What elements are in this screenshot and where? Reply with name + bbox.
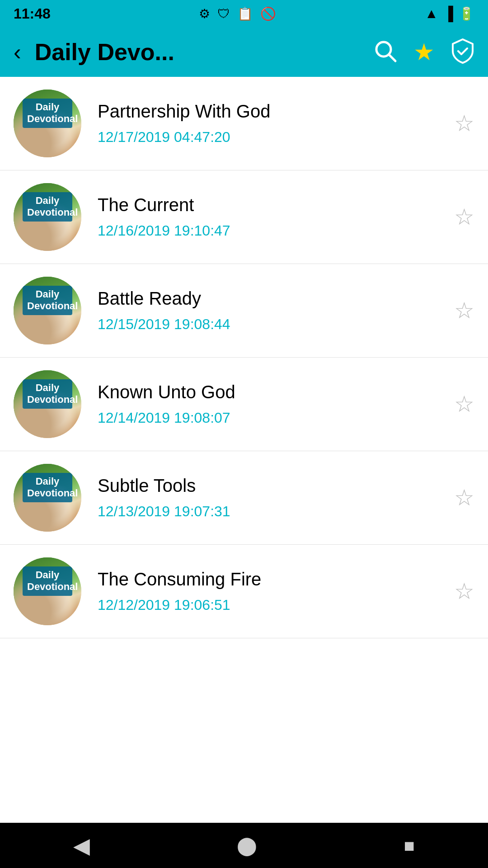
episode-date: 12/15/2019 19:08:44 <box>98 316 445 333</box>
episode-title: Partnership With God <box>98 101 445 122</box>
episode-thumbnail: DailyDevotional <box>14 277 81 344</box>
shield-button[interactable] <box>451 38 474 66</box>
list-item[interactable]: DailyDevotional Partnership With God 12/… <box>0 77 488 170</box>
thumbnail-label: DailyDevotional <box>23 566 72 596</box>
episode-content: Known Unto God 12/14/2019 19:08:07 <box>98 382 445 426</box>
thumbnail-label: DailyDevotional <box>23 99 72 128</box>
header-action-icons: ★ <box>374 38 474 66</box>
navigation-bar: ◀ ⬤ ■ <box>0 823 488 868</box>
status-time: 11:48 <box>14 5 51 22</box>
back-button[interactable]: ‹ <box>14 41 21 63</box>
episode-thumbnail: DailyDevotional <box>14 464 81 532</box>
nav-recents-button[interactable]: ■ <box>404 835 415 856</box>
episode-star-button[interactable]: ☆ <box>454 110 474 137</box>
episode-star-button[interactable]: ☆ <box>454 391 474 417</box>
list-item[interactable]: DailyDevotional The Consuming Fire 12/12… <box>0 545 488 638</box>
no-sound-icon: 🚫 <box>260 6 276 21</box>
list-item[interactable]: DailyDevotional Battle Ready 12/15/2019 … <box>0 264 488 358</box>
episode-star-button[interactable]: ☆ <box>454 485 474 511</box>
search-button[interactable] <box>374 39 397 65</box>
svg-line-1 <box>389 55 395 61</box>
nav-home-button[interactable]: ⬤ <box>237 835 257 856</box>
header-title: Daily Devo... <box>35 38 360 66</box>
episode-content: The Current 12/16/2019 19:10:47 <box>98 195 445 239</box>
episode-content: Subtle Tools 12/13/2019 19:07:31 <box>98 476 445 520</box>
wifi-icon: ▲ <box>425 6 438 21</box>
battery-icon: 🔋 <box>459 6 474 21</box>
settings-icon: ⚙ <box>199 6 210 21</box>
episodes-list: DailyDevotional Partnership With God 12/… <box>0 77 488 638</box>
episode-title: Battle Ready <box>98 288 445 309</box>
episode-date: 12/14/2019 19:08:07 <box>98 410 445 426</box>
status-icons: ⚙ 🛡 📋 🚫 <box>199 6 276 21</box>
thumbnail-label: DailyDevotional <box>23 192 72 222</box>
episode-date: 12/12/2019 19:06:51 <box>98 597 445 613</box>
episode-star-button[interactable]: ☆ <box>454 204 474 230</box>
episode-title: The Current <box>98 195 445 215</box>
list-item[interactable]: DailyDevotional The Current 12/16/2019 1… <box>0 170 488 264</box>
status-bar: 11:48 ⚙ 🛡 📋 🚫 ▲ ▐ 🔋 <box>0 0 488 27</box>
list-item[interactable]: DailyDevotional Known Unto God 12/14/201… <box>0 358 488 451</box>
episode-title: Subtle Tools <box>98 476 445 496</box>
episode-star-button[interactable]: ☆ <box>454 297 474 324</box>
episode-title: The Consuming Fire <box>98 569 445 590</box>
list-item[interactable]: DailyDevotional Subtle Tools 12/13/2019 … <box>0 451 488 545</box>
episode-date: 12/13/2019 19:07:31 <box>98 503 445 520</box>
episode-thumbnail: DailyDevotional <box>14 557 81 625</box>
episode-thumbnail: DailyDevotional <box>14 90 81 157</box>
episode-content: Partnership With God 12/17/2019 04:47:20 <box>98 101 445 146</box>
clipboard-icon: 📋 <box>237 6 253 21</box>
episode-content: The Consuming Fire 12/12/2019 19:06:51 <box>98 569 445 613</box>
thumbnail-label: DailyDevotional <box>23 473 72 502</box>
episode-thumbnail: DailyDevotional <box>14 370 81 438</box>
nav-back-button[interactable]: ◀ <box>73 833 90 858</box>
favorites-star-button[interactable]: ★ <box>413 38 435 66</box>
signal-icon: ▐ <box>444 6 453 21</box>
status-right-icons: ▲ ▐ 🔋 <box>425 6 474 21</box>
thumbnail-label: DailyDevotional <box>23 286 72 315</box>
episode-star-button[interactable]: ☆ <box>454 578 474 604</box>
episode-content: Battle Ready 12/15/2019 19:08:44 <box>98 288 445 333</box>
app-header: ‹ Daily Devo... ★ <box>0 27 488 77</box>
thumbnail-label: DailyDevotional <box>23 379 72 409</box>
episode-date: 12/17/2019 04:47:20 <box>98 129 445 146</box>
episode-date: 12/16/2019 19:10:47 <box>98 222 445 239</box>
security-icon: 🛡 <box>217 6 230 21</box>
episode-thumbnail: DailyDevotional <box>14 183 81 251</box>
episode-title: Known Unto God <box>98 382 445 402</box>
